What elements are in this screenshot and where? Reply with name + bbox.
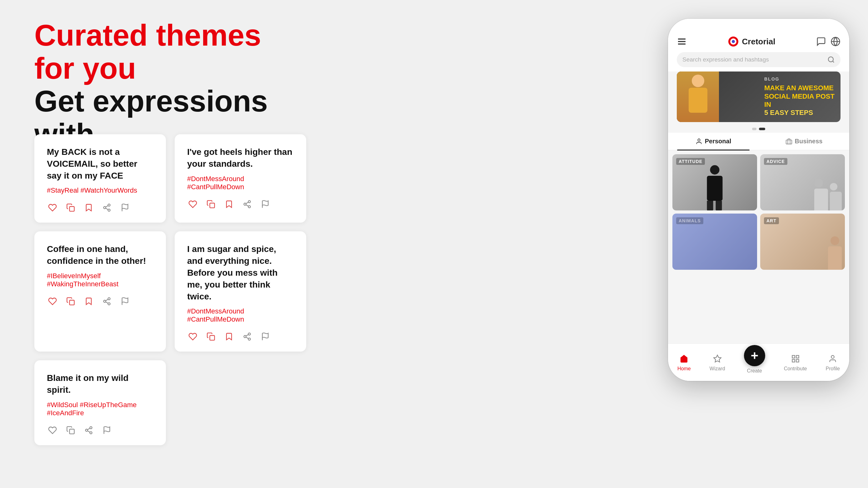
card-1-copy-icon[interactable] [65, 202, 76, 213]
svg-point-2 [104, 207, 106, 209]
svg-line-5 [105, 206, 108, 207]
card-3-like-icon[interactable] [47, 296, 58, 307]
svg-line-19 [105, 299, 108, 301]
nav-create[interactable]: Create [744, 351, 765, 374]
card-4: I am sugar and spice, and everything nic… [175, 231, 306, 352]
card-2: I've got heels higher than your standard… [175, 134, 306, 223]
card-5-copy-icon[interactable] [65, 425, 76, 436]
svg-line-4 [105, 208, 108, 210]
search-bar: Search expression and hashtags [668, 52, 849, 71]
card-1-like-icon[interactable] [47, 202, 58, 213]
card-3-save-icon[interactable] [83, 296, 94, 307]
banner-title: MAKE AN AWESOME SOCIAL MEDIA POST IN 5 E… [764, 84, 836, 117]
search-placeholder: Search expression and hashtags [682, 56, 824, 63]
card-1: My BACK is not a VOICEMAIL, so better sa… [34, 134, 166, 223]
svg-line-11 [246, 204, 248, 206]
category-attitude-label: ATTITUDE [676, 158, 705, 165]
hamburger-icon[interactable] [677, 36, 687, 46]
tab-business[interactable]: Business [758, 133, 849, 150]
card-2-share-icon[interactable] [242, 199, 253, 210]
card-4-hashtags: #DontMessAround #CantPullMeDown [187, 307, 294, 323]
card-2-save-icon[interactable] [223, 199, 235, 210]
bottom-nav: Home Wizard [668, 344, 849, 381]
svg-rect-51 [796, 355, 799, 358]
card-3-flag-icon[interactable] [119, 296, 131, 307]
card-3-share-icon[interactable] [101, 296, 113, 307]
card-5-actions [47, 425, 153, 436]
card-4-share-icon[interactable] [242, 331, 253, 342]
tab-personal[interactable]: Personal [668, 133, 758, 150]
banner-blog-label: BLOG [764, 76, 836, 82]
card-2-actions [187, 199, 294, 210]
svg-rect-21 [210, 336, 215, 340]
wizard-icon [712, 353, 723, 364]
nav-profile[interactable]: Profile [826, 353, 840, 371]
app-logo: Cretorial [728, 36, 776, 47]
svg-line-33 [88, 428, 90, 430]
card-3-text: Coffee in one hand, confidence in the ot… [47, 243, 153, 267]
card-3-actions [47, 296, 153, 307]
svg-point-45 [698, 139, 700, 141]
create-button[interactable] [744, 345, 765, 366]
svg-point-8 [248, 200, 251, 203]
card-1-save-icon[interactable] [83, 202, 94, 213]
dot-2 [759, 128, 765, 130]
card-5-share-icon[interactable] [83, 425, 94, 436]
card-4-like-icon[interactable] [187, 331, 198, 342]
svg-rect-7 [210, 203, 215, 207]
search-icon[interactable] [827, 56, 835, 63]
card-4-copy-icon[interactable] [205, 331, 217, 342]
dot-1 [752, 128, 756, 130]
profile-icon [827, 353, 838, 364]
svg-line-18 [105, 302, 108, 303]
card-2-copy-icon[interactable] [205, 199, 217, 210]
card-3-copy-icon[interactable] [65, 296, 76, 307]
svg-line-32 [88, 431, 90, 432]
categories-grid: ATTITUDE ADVICE [668, 154, 849, 270]
card-2-like-icon[interactable] [187, 199, 198, 210]
category-art[interactable]: ART [760, 214, 845, 270]
blog-banner[interactable]: BLOG MAKE AN AWESOME SOCIAL MEDIA POST I… [677, 71, 840, 122]
nav-home-label: Home [677, 366, 691, 371]
nav-contribute[interactable]: Contribute [784, 353, 807, 371]
card-1-share-icon[interactable] [101, 202, 113, 213]
svg-point-1 [108, 204, 110, 206]
category-advice[interactable]: ADVICE [760, 154, 845, 210]
card-4-actions [187, 331, 294, 342]
cards-grid: My BACK is not a VOICEMAIL, so better sa… [34, 134, 306, 445]
card-5-flag-icon[interactable] [101, 425, 113, 436]
svg-point-16 [104, 300, 106, 302]
nav-contribute-label: Contribute [784, 366, 807, 371]
contribute-icon [790, 353, 801, 364]
card-4-flag-icon[interactable] [260, 331, 271, 342]
header-action-icons [816, 36, 840, 46]
card-1-flag-icon[interactable] [119, 202, 131, 213]
card-4-text: I am sugar and spice, and everything nic… [187, 243, 294, 302]
svg-point-24 [248, 338, 251, 340]
svg-line-44 [833, 61, 834, 62]
svg-rect-0 [70, 207, 74, 212]
phone-mockup: Cretorial [668, 19, 849, 393]
nav-wizard-label: Wizard [710, 366, 725, 371]
svg-point-22 [248, 333, 251, 335]
svg-point-43 [828, 57, 833, 62]
nav-wizard[interactable]: Wizard [710, 353, 725, 371]
card-2-text: I've got heels higher than your standard… [187, 146, 294, 170]
search-input-wrap[interactable]: Search expression and hashtags [677, 52, 840, 67]
card-4-save-icon[interactable] [223, 331, 235, 342]
svg-point-10 [248, 205, 251, 207]
nav-home[interactable]: Home [677, 353, 691, 371]
category-animals[interactable]: ANIMALS [673, 214, 757, 270]
chat-icon[interactable] [816, 36, 826, 46]
card-3: Coffee in one hand, confidence in the ot… [34, 231, 166, 352]
card-2-flag-icon[interactable] [260, 199, 271, 210]
card-5-like-icon[interactable] [47, 425, 58, 436]
app-title: Cretorial [742, 37, 776, 46]
svg-line-25 [246, 337, 248, 339]
category-attitude[interactable]: ATTITUDE [673, 154, 757, 210]
card-5: Blame it on my wild spirit. #WildSoul #R… [34, 360, 166, 445]
tab-personal-label: Personal [705, 138, 731, 145]
svg-point-23 [244, 336, 246, 338]
card-5-text: Blame it on my wild spirit. [47, 372, 153, 396]
translate-icon[interactable] [831, 36, 840, 46]
